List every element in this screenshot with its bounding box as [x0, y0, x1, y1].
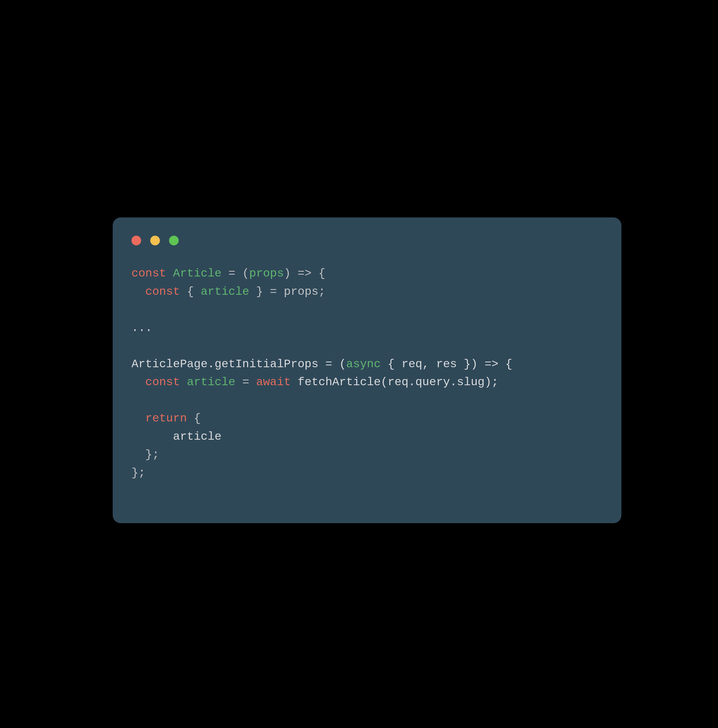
identifier-article: article	[201, 285, 249, 298]
keyword-const: const	[145, 376, 180, 389]
window-titlebar	[113, 217, 622, 252]
code-line-2: const { article } = props;	[131, 285, 325, 298]
code-line-11: };	[131, 448, 159, 461]
zoom-icon[interactable]	[169, 236, 179, 245]
keyword-return: return	[145, 412, 187, 425]
keyword-const: const	[145, 285, 180, 298]
keyword-await: await	[256, 376, 291, 389]
code-line-7: const article = await fetchArticle(req.q…	[131, 376, 498, 389]
code-area: const Article = (props) => { const { art…	[131, 265, 603, 507]
keyword-async: async	[346, 358, 381, 371]
code-line-4: ...	[131, 321, 152, 335]
code-line-12: };	[131, 466, 145, 479]
identifier-article: article	[187, 376, 235, 389]
keyword-const: const	[131, 267, 166, 280]
identifier-props: props	[249, 267, 284, 280]
minimize-icon[interactable]	[150, 236, 160, 245]
code-line-6: ArticlePage.getInitialProps = (async { r…	[131, 358, 512, 371]
code-editor-window: const Article = (props) => { const { art…	[113, 217, 622, 523]
code-line-9: return {	[131, 412, 201, 425]
canvas: const Article = (props) => { const { art…	[0, 0, 718, 728]
code-line-10: article	[131, 430, 222, 443]
identifier-article: Article	[173, 267, 222, 280]
close-icon[interactable]	[131, 236, 141, 245]
code-line-1: const Article = (props) => {	[131, 267, 325, 280]
